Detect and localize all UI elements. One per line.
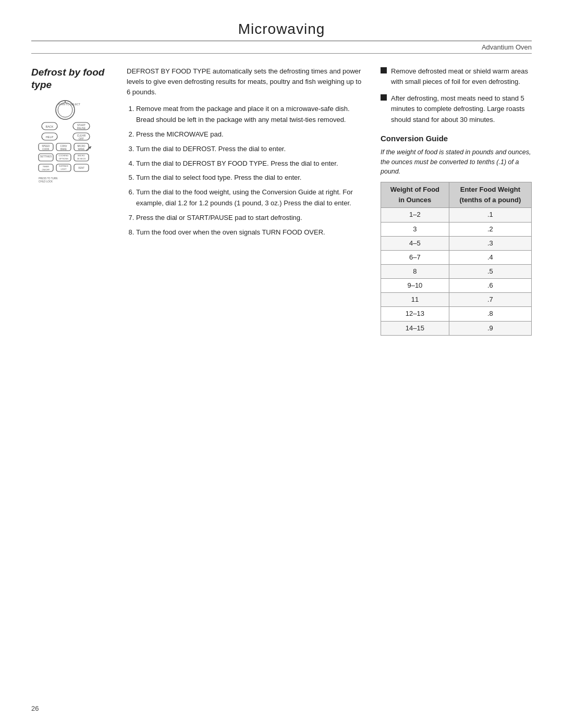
conv-cell-0-0: 1–2 (381, 208, 449, 222)
step-item-2: Press the MICROWAVE pad. (136, 129, 366, 140)
conv-cell-6-0: 11 (381, 293, 449, 307)
svg-text:30 SECS: 30 SECS (77, 157, 86, 160)
step-item-1: Remove meat from the package and place i… (136, 104, 366, 126)
svg-text:SURFACE: SURFACE (59, 165, 68, 167)
svg-marker-15 (89, 146, 91, 149)
table-row: 9–10.6 (381, 279, 532, 293)
conv-cell-7-1: .8 (449, 307, 531, 321)
conv-cell-1-1: .2 (449, 222, 531, 236)
conv-cell-2-0: 4–5 (381, 236, 449, 250)
bullet-text-2: After defrosting, most meats need to sta… (391, 93, 532, 125)
svg-text:HELP: HELP (46, 135, 54, 139)
table-row: 14–15.9 (381, 321, 532, 335)
table-row: 3.2 (381, 222, 532, 236)
page-number: 26 (31, 705, 39, 712)
bullet-item-1: Remove defrosted meat or shield warm are… (381, 66, 532, 87)
svg-text:MICRO: MICRO (78, 154, 84, 157)
conv-cell-5-1: .6 (449, 279, 531, 293)
table-row: 6–7.4 (381, 250, 532, 264)
conv-cell-2-1: .3 (449, 236, 531, 250)
step-item-3: Turn the dial to DEFROST. Press the dial… (136, 144, 366, 155)
conv-cell-8-0: 14–15 (381, 321, 449, 335)
conv-cell-7-0: 12–13 (381, 307, 449, 321)
conv-table-header-2: Enter Food Weight(tenths of a pound) (449, 182, 531, 208)
bullet-text-1: Remove defrosted meat or shield warm are… (391, 66, 532, 87)
svg-text:LIGHT: LIGHT (60, 168, 67, 170)
svg-text:COOK: COOK (42, 148, 49, 151)
bullets-container: Remove defrosted meat or shield warm are… (381, 66, 532, 125)
svg-text:WAVE: WAVE (78, 148, 85, 151)
table-row: 1–2.1 (381, 208, 532, 222)
table-row: 11.7 (381, 293, 532, 307)
svg-text:BACK: BACK (46, 125, 54, 128)
left-column: Defrost by food type TURN TO SELECT BACK… (31, 66, 112, 205)
svg-text:PRESS TO TURN: PRESS TO TURN (39, 177, 57, 180)
step-item-7: Press the dial or START/PAUSE pad to sta… (136, 213, 366, 224)
conversion-table: Weight of Foodin OuncesEnter Food Weight… (381, 182, 532, 336)
conv-cell-1-0: 3 (381, 222, 449, 236)
page-subtitle: Advantium Oven (31, 43, 532, 51)
svg-text:MICRO: MICRO (78, 145, 85, 147)
step-item-8: Turn the food over when the oven signals… (136, 227, 366, 238)
conv-cell-4-1: .5 (449, 265, 531, 279)
header-divider (31, 41, 532, 41)
svg-text:OFF: OFF (79, 137, 84, 140)
svg-text:PAUSE: PAUSE (77, 127, 86, 130)
svg-text:SPEED: SPEED (42, 145, 50, 147)
svg-text:ON/OFF: ON/OFF (42, 168, 50, 171)
svg-text:VENT: VENT (78, 167, 84, 169)
header-divider2 (31, 53, 532, 54)
svg-text:COOKING: COOKING (59, 154, 69, 157)
table-row: 12–13.8 (381, 307, 532, 321)
section-title: Defrost by food type (31, 66, 112, 91)
main-content: Defrost by food type TURN TO SELECT BACK… (31, 66, 532, 336)
conv-cell-0-1: .1 (449, 208, 531, 222)
steps-list: Remove meat from the package and place i… (136, 104, 366, 238)
bullet-icon-1 (381, 67, 387, 73)
page-header: Microwaving Advantium Oven (31, 21, 532, 51)
conversion-guide-subtitle: If the weight of food is stated in pound… (381, 147, 532, 177)
svg-text:TIMER: TIMER (43, 165, 50, 168)
conversion-guide-title: Conversion Guide (381, 132, 532, 144)
step-item-4: Turn the dial to DEFROST BY FOOD TYPE. P… (136, 158, 366, 169)
oven-diagram: TURN TO SELECT BACK START PAUSE HELP CLE… (31, 98, 99, 203)
svg-text:OPTIONS: OPTIONS (59, 157, 68, 160)
bullet-item-2: After defrosting, most meats need to sta… (381, 93, 532, 125)
svg-text:SETTINGS: SETTINGS (40, 155, 52, 158)
intro-text: DEFROST BY FOOD TYPE automatically sets … (127, 66, 366, 97)
page: Microwaving Advantium Oven Defrost by fo… (0, 0, 563, 728)
conv-cell-3-0: 6–7 (381, 250, 449, 264)
svg-text:BAKE: BAKE (60, 148, 67, 151)
conv-cell-3-1: .4 (449, 250, 531, 264)
conv-cell-4-0: 8 (381, 265, 449, 279)
conv-cell-5-0: 9–10 (381, 279, 449, 293)
step-item-5: Turn the dial to select food type. Press… (136, 172, 366, 183)
page-title: Microwaving (31, 21, 532, 38)
bullet-icon-2 (381, 94, 387, 101)
step-item-6: Turn the dial to the food weight, using … (136, 187, 366, 209)
table-row: 4–5.3 (381, 236, 532, 250)
conv-table-header-1: Weight of Foodin Ounces (381, 182, 449, 208)
svg-text:CONV: CONV (60, 145, 67, 147)
conv-cell-8-1: .9 (449, 321, 531, 335)
right-column: Remove defrosted meat or shield warm are… (381, 66, 532, 336)
svg-text:TURN TO SELECT: TURN TO SELECT (58, 103, 80, 106)
table-row: 8.5 (381, 265, 532, 279)
conv-cell-6-1: .7 (449, 293, 531, 307)
svg-text:CHILD LOCK: CHILD LOCK (39, 180, 53, 183)
middle-column: DEFROST BY FOOD TYPE automatically sets … (127, 66, 366, 241)
